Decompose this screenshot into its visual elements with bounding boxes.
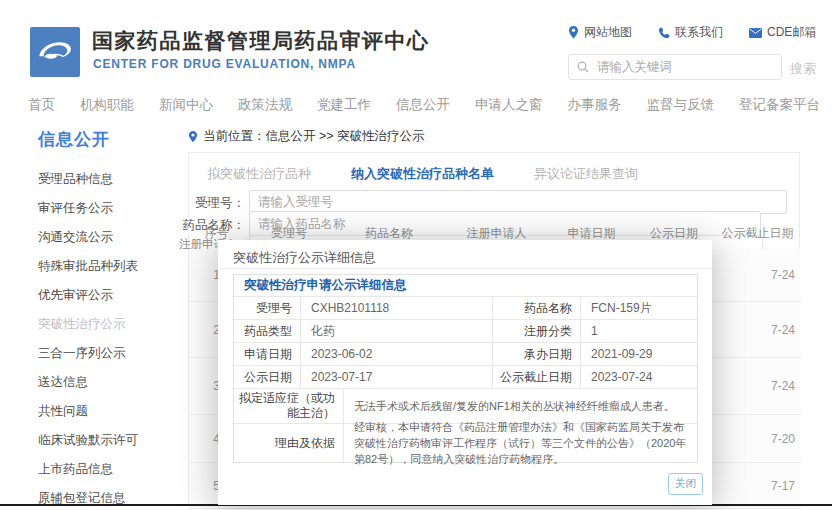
field-label: 药品类型: [234, 320, 301, 342]
tab-proposed-breakthrough[interactable]: 拟突破性治疗品种: [207, 165, 311, 183]
field-value: 2023-07-24: [581, 366, 697, 388]
field-value: 2023-07-17: [301, 366, 493, 388]
nav-item[interactable]: 申请人之窗: [475, 96, 543, 114]
nav-item[interactable]: 党建工作: [317, 96, 371, 114]
column-header: 公示截止日期: [714, 225, 801, 242]
field-label: 注册分类: [493, 320, 581, 342]
tab-bar: 拟突破性治疗品种 纳入突破性治疗品种名单 异议论证结果查询: [207, 165, 638, 183]
nav-item[interactable]: 政策法规: [238, 96, 292, 114]
field-label: 申请日期: [234, 343, 301, 365]
swan-logo-icon: [34, 31, 76, 73]
breadcrumb-text: 当前位置：信息公开 >> 突破性治疗公示: [203, 128, 425, 145]
nav-item[interactable]: 登记备案平台: [739, 96, 820, 114]
field-value: CXHB2101118: [301, 297, 493, 319]
sitemap-label: 网站地图: [584, 24, 632, 41]
tab-objection-result-query[interactable]: 异议论证结果查询: [534, 165, 638, 183]
search-icon: [577, 61, 589, 73]
sidebar-item[interactable]: 共性问题: [38, 397, 178, 426]
row-deadline-fragment: 7-24: [714, 249, 801, 301]
breakthrough-detail-modal: 突破性治疗公示详细信息 突破性治疗申请公示详细信息 受理号CXHB2101118…: [218, 240, 712, 505]
field-label: 公示日期: [234, 366, 301, 388]
sidebar-item[interactable]: 审评任务公示: [38, 194, 178, 223]
field-label: 承办日期: [493, 343, 581, 365]
field-label: 公示截止日期: [493, 366, 581, 388]
acceptance-no-label: 受理号：: [189, 195, 245, 212]
nav-item[interactable]: 办事服务: [568, 96, 622, 114]
sidebar-item[interactable]: 优先审评公示: [38, 281, 178, 310]
field-value: 2021-09-29: [581, 343, 697, 365]
close-button[interactable]: 关闭: [668, 473, 703, 495]
location-pin-icon: [568, 26, 579, 39]
detail-pair-row: 申请日期2023-06-02承办日期2021-09-29: [234, 343, 697, 366]
nav-item[interactable]: 首页: [28, 96, 55, 114]
detail-full-row: 理由及依据经审核，本申请符合《药品注册管理办法》和《国家药监局关于发布突破性治疗…: [234, 424, 697, 462]
row-deadline-fragment: 7-24: [714, 358, 801, 414]
sidebar-item[interactable]: 原辅包登记信息: [38, 484, 178, 510]
cde-page: 国家药品监督管理局药品审评中心 CENTER FOR DRUG EVALUATI…: [0, 0, 832, 510]
sidebar-item[interactable]: 突破性治疗公示: [38, 310, 178, 339]
contact-label: 联系我们: [675, 24, 723, 41]
main-nav: 首页机构职能新闻中心政策法规党建工作信息公开申请人之窗办事服务监督与反馈登记备案…: [28, 96, 804, 114]
modal-title: 突破性治疗公示详细信息: [233, 249, 376, 267]
field-value: 2023-06-02: [301, 343, 493, 365]
row-deadline-fragment: 7-17: [714, 463, 801, 508]
modal-section-title: 突破性治疗申请公示详细信息: [234, 275, 697, 297]
detail-pair-row: 公示日期2023-07-17公示截止日期2023-07-24: [234, 366, 697, 389]
field-label: 理由及依据: [234, 424, 344, 462]
field-value: 1: [581, 320, 697, 342]
search-input[interactable]: [595, 59, 773, 75]
nav-item[interactable]: 信息公开: [396, 96, 450, 114]
row-deadline-fragment: 7-20: [714, 415, 801, 462]
sidebar-menu: 受理品种信息审评任务公示沟通交流公示特殊审批品种列表优先审评公示突破性治疗公示三…: [38, 165, 178, 510]
sidebar-item[interactable]: 上市药品信息: [38, 455, 178, 484]
modal-detail-table: 突破性治疗申请公示详细信息 受理号CXHB2101118药品名称FCN-159片…: [233, 274, 698, 463]
nav-item[interactable]: 机构职能: [80, 96, 134, 114]
field-label: 药品名称: [493, 297, 581, 319]
site-search: [568, 54, 782, 80]
sidebar-item[interactable]: 受理品种信息: [38, 165, 178, 194]
detail-pair-row: 药品类型化药注册分类1: [234, 320, 697, 343]
sidebar-item[interactable]: 三合一序列公示: [38, 339, 178, 368]
field-label: 拟定适应症（或功能主治）: [234, 389, 344, 423]
breadcrumb-pin-icon: [188, 131, 198, 143]
org-name-cn: 国家药品监督管理局药品审评中心: [92, 27, 430, 55]
nav-item[interactable]: 新闻中心: [159, 96, 213, 114]
breadcrumb: 当前位置：信息公开 >> 突破性治疗公示: [188, 128, 425, 145]
quick-links: 网站地图 联系我们 CDE邮箱: [568, 24, 816, 41]
field-value: 无法手术或术后残留/复发的NF1相关的丛状神经纤维瘤成人患者。: [344, 389, 697, 423]
nav-item[interactable]: 监督与反馈: [647, 96, 715, 114]
row-deadline-fragment: 7-24: [714, 302, 801, 357]
detail-pair-row: 受理号CXHB2101118药品名称FCN-159片: [234, 297, 697, 320]
phone-icon: [658, 27, 670, 39]
sidebar-item[interactable]: 送达信息: [38, 368, 178, 397]
sidebar-item[interactable]: 特殊审批品种列表: [38, 252, 178, 281]
field-value: 经审核，本申请符合《药品注册管理办法》和《国家药监局关于发布突破性治疗药物审评工…: [344, 424, 697, 462]
field-value: 化药: [301, 320, 493, 342]
cde-mail-label: CDE邮箱: [767, 24, 816, 41]
cde-mail-link[interactable]: CDE邮箱: [749, 24, 816, 41]
sidebar-title: 信息公开: [38, 128, 110, 151]
modal-divider: [218, 268, 712, 269]
search-button[interactable]: 搜索: [790, 60, 816, 78]
field-label: 受理号: [234, 297, 301, 319]
cde-logo: [30, 27, 80, 77]
field-value: FCN-159片: [581, 297, 697, 319]
envelope-icon: [749, 28, 762, 38]
org-name-en: CENTER FOR DRUG EVALUATION, NMPA: [93, 57, 356, 71]
sitemap-link[interactable]: 网站地图: [568, 24, 632, 41]
tab-included-breakthrough-list[interactable]: 纳入突破性治疗品种名单: [351, 165, 494, 183]
contact-link[interactable]: 联系我们: [658, 24, 723, 41]
sidebar-item[interactable]: 沟通交流公示: [38, 223, 178, 252]
sidebar-item[interactable]: 临床试验默示许可: [38, 426, 178, 455]
